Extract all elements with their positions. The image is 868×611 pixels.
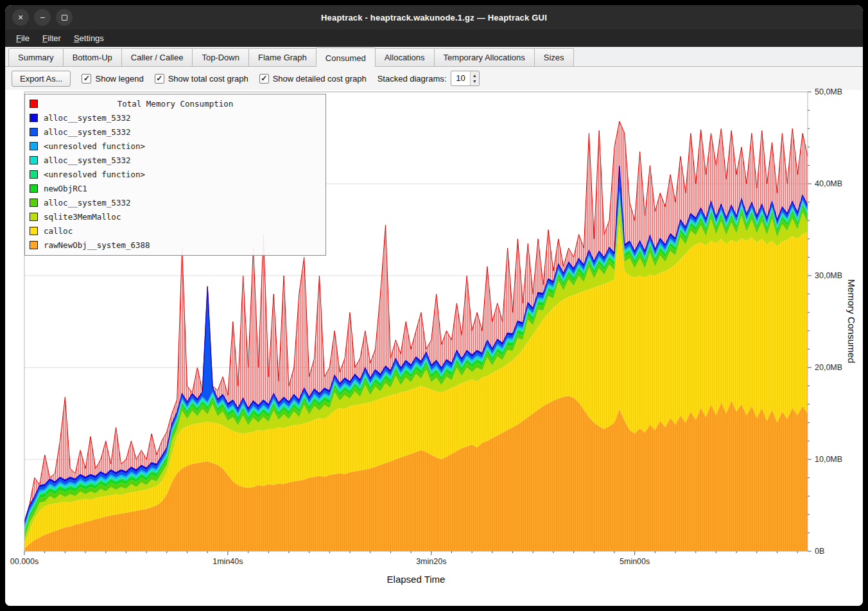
tab-summary[interactable]: Summary <box>8 48 64 66</box>
legend-swatch <box>30 128 38 136</box>
stacked-diagrams-label: Stacked diagrams: <box>378 74 447 84</box>
spin-up-icon[interactable]: ▲ <box>471 73 479 78</box>
tab-allocations[interactable]: Allocations <box>375 48 435 66</box>
checkbox-group: ✓Show legend✓Show total cost graph✓Show … <box>82 74 366 84</box>
tab-bottom-up[interactable]: Bottom-Up <box>63 48 122 66</box>
checkbox-box[interactable]: ✓ <box>155 74 164 84</box>
tab-caller-callee[interactable]: Caller / Callee <box>121 48 193 66</box>
legend-swatch <box>30 184 38 193</box>
x-axis-tick-label: 1min40s <box>213 557 243 566</box>
legend-swatch <box>30 170 38 179</box>
window-controls: × − <box>12 9 73 26</box>
tab-consumed[interactable]: Consumed <box>316 48 376 67</box>
legend-label: <unresolved function> <box>44 141 145 151</box>
application-window: × − Heaptrack - heaptrack.wakunode.1.gz … <box>5 5 863 606</box>
x-axis-tick-label: 5min00s <box>620 557 650 566</box>
tab-top-down[interactable]: Top-Down <box>192 48 249 66</box>
checkbox-label: Show detailed cost graph <box>273 74 367 84</box>
checkbox-show-total-cost-graph[interactable]: ✓Show total cost graph <box>155 74 248 84</box>
menu-filter[interactable]: Filter <box>37 31 67 45</box>
legend-item: newObjRC1 <box>30 181 321 195</box>
stacked-diagrams-spinbox[interactable]: 10 ▲ ▼ <box>451 71 479 86</box>
legend-label: calloc <box>44 226 73 236</box>
legend-item: alloc__system_5332 <box>30 111 321 125</box>
checkbox-label: Show legend <box>95 74 143 84</box>
legend-label: <unresolved function> <box>44 170 145 179</box>
x-axis-tick-label: 3min20s <box>416 557 446 566</box>
close-button[interactable]: × <box>12 9 29 26</box>
legend-swatch <box>30 114 38 122</box>
legend-label: alloc__system_5332 <box>44 198 130 208</box>
legend-item: <unresolved function> <box>30 139 321 153</box>
spin-down-icon[interactable]: ▼ <box>471 78 479 84</box>
tab-flame-graph[interactable]: Flame Graph <box>248 48 317 66</box>
export-as-button[interactable]: Export As... <box>12 71 71 87</box>
legend-label: Total Memory Consumption <box>117 99 234 109</box>
legend-title-row: Total Memory Consumption <box>30 96 321 111</box>
y-axis-title: Memory Consumed <box>846 279 857 364</box>
legend-item: alloc__system_5332 <box>30 153 321 167</box>
legend-swatch <box>30 156 38 164</box>
menu-file[interactable]: File <box>10 31 35 45</box>
maximize-icon <box>62 15 67 21</box>
legend-swatch <box>30 100 38 108</box>
x-axis-title: Elapsed Time <box>387 574 446 585</box>
legend-item: alloc__system_5332 <box>30 195 321 209</box>
checkbox-box[interactable]: ✓ <box>259 74 269 84</box>
legend-label: alloc__system_5332 <box>44 113 130 123</box>
legend-label: rawNewObj__system_6388 <box>44 240 150 250</box>
legend-item: alloc__system_5332 <box>30 125 321 139</box>
legend-label: alloc__system_5332 <box>44 127 130 137</box>
legend-label: alloc__system_5332 <box>44 155 130 165</box>
legend-item: <unresolved function> <box>30 167 321 181</box>
close-icon: × <box>18 13 23 22</box>
y-axis-tick-label: 50,0MB <box>815 87 842 96</box>
legend-swatch <box>30 199 38 207</box>
tab-temporary-allocations[interactable]: Temporary Allocations <box>434 48 535 66</box>
chart-legend: Total Memory Consumptionalloc__system_53… <box>24 94 326 256</box>
tab-bar: SummaryBottom-UpCaller / CalleeTop-DownF… <box>5 47 863 67</box>
x-axis-tick-label: 00.000s <box>10 557 39 566</box>
window-title: Heaptrack - heaptrack.wakunode.1.gz — He… <box>321 13 547 22</box>
stacked-diagrams-control: Stacked diagrams: 10 ▲ ▼ <box>378 71 480 86</box>
legend-item: sqlite3MemMalloc <box>30 209 321 224</box>
chart-area: Total Memory Consumptionalloc__system_53… <box>5 90 863 606</box>
legend-swatch <box>30 213 38 221</box>
menu-settings[interactable]: Settings <box>68 31 110 45</box>
y-axis-tick-label: 0B <box>815 547 824 556</box>
y-axis-tick-label: 10,0MB <box>815 455 842 464</box>
titlebar: × − Heaptrack - heaptrack.wakunode.1.gz … <box>5 5 863 30</box>
tab-sizes[interactable]: Sizes <box>534 48 574 66</box>
legend-swatch <box>30 227 38 235</box>
y-axis-tick-label: 30,0MB <box>815 271 842 280</box>
legend-swatch <box>30 241 38 249</box>
checkbox-show-legend[interactable]: ✓Show legend <box>82 74 143 84</box>
spinbox-value: 10 <box>451 71 469 85</box>
checkbox-box[interactable]: ✓ <box>82 74 91 84</box>
legend-item: rawNewObj__system_6388 <box>30 238 321 252</box>
legend-label: sqlite3MemMalloc <box>44 212 121 222</box>
legend-swatch <box>30 142 38 150</box>
y-axis-tick-label: 40,0MB <box>815 179 842 188</box>
minimize-button[interactable]: − <box>34 9 51 26</box>
checkbox-label: Show total cost graph <box>168 74 248 84</box>
y-axis-tick-label: 20,0MB <box>815 363 842 372</box>
legend-item: calloc <box>30 224 321 238</box>
checkbox-show-detailed-cost-graph[interactable]: ✓Show detailed cost graph <box>259 74 367 84</box>
legend-label: newObjRC1 <box>44 184 87 193</box>
minimize-icon: − <box>40 13 45 22</box>
toolbar: Export As... ✓Show legend✓Show total cos… <box>5 67 863 90</box>
menu-bar: FileFilterSettings <box>5 30 863 47</box>
maximize-button[interactable] <box>56 9 73 26</box>
spinbox-buttons: ▲ ▼ <box>470 71 479 85</box>
